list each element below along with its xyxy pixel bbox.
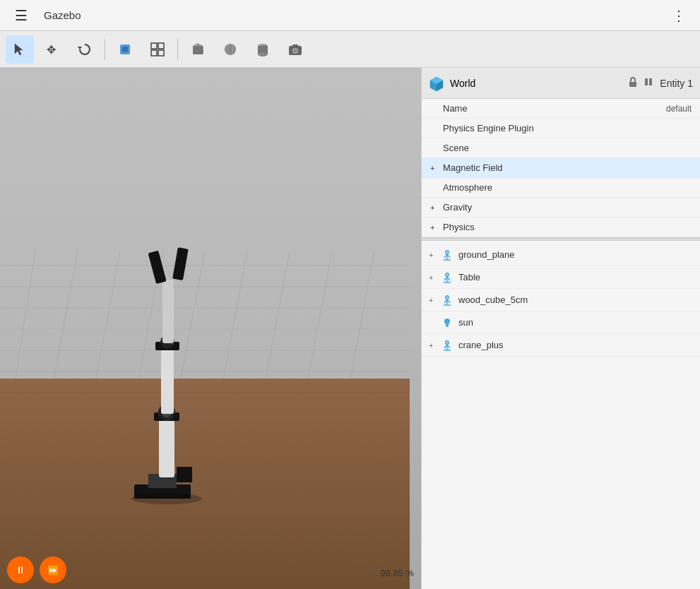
entities-list: + ground_plane +	[422, 241, 700, 589]
svg-point-56	[131, 493, 202, 504]
cylinder-icon	[255, 42, 271, 57]
world-header: World Entity 1	[422, 68, 700, 99]
rotate-icon	[78, 42, 92, 56]
playback-controls: ⏸ ⏩	[7, 557, 66, 583]
entity-ground-plane[interactable]: + ground_plane	[422, 244, 700, 266]
right-panel: World Entity 1	[421, 68, 700, 589]
svg-point-82	[444, 319, 450, 324]
prop-scene[interactable]: Scene	[422, 138, 700, 158]
cylinder-tool-button[interactable]	[249, 35, 277, 64]
svg-rect-20	[292, 44, 298, 47]
app-title: Gazebo	[44, 9, 656, 21]
prop-name[interactable]: Name default	[422, 99, 700, 119]
svg-rect-83	[446, 326, 449, 327]
world-lock-button[interactable]	[627, 76, 639, 90]
entity-crane-plus-expand: +	[429, 341, 440, 350]
screenshot-button[interactable]	[281, 35, 309, 64]
prop-magnetic-field-expand: +	[430, 164, 440, 172]
svg-rect-6	[158, 43, 164, 49]
prop-atmosphere-label: Atmosphere	[443, 182, 692, 193]
svg-marker-2	[78, 47, 82, 49]
prop-name-label: Name	[443, 103, 666, 114]
menu-icon: ☰	[15, 7, 28, 24]
scene-background	[0, 68, 421, 589]
entity-table-name: Table	[458, 272, 480, 282]
svg-rect-7	[151, 50, 157, 56]
prop-gravity[interactable]: + Gravity	[422, 198, 700, 218]
pause-indicator-icon	[643, 76, 654, 88]
zoom-arrow: ‹	[374, 566, 377, 579]
entity-crane-plus-icon	[440, 338, 454, 352]
transform-tool-button[interactable]	[111, 35, 139, 64]
entity-table-expand: +	[429, 273, 440, 282]
rotate-tool-button[interactable]	[71, 35, 99, 64]
entity-ground-plane-name: ground_plane	[458, 249, 515, 260]
fast-forward-button[interactable]: ⏩	[40, 557, 66, 583]
entity-label: Entity 1	[660, 78, 693, 89]
titlebar: ☰ Gazebo ⋮	[0, 0, 700, 31]
entity-crane-plus[interactable]: + crane_plus	[422, 334, 700, 357]
svg-point-65	[446, 251, 449, 253]
svg-point-16	[258, 52, 268, 56]
select-icon	[13, 42, 27, 56]
select-tool-button[interactable]	[6, 35, 34, 64]
entity-ground-plane-icon	[440, 248, 454, 262]
svg-marker-10	[193, 43, 203, 46]
menu-button[interactable]: ☰	[7, 1, 35, 30]
entity-sun[interactable]: sun	[422, 311, 700, 334]
entity-table-icon	[440, 270, 454, 285]
lock-icon	[627, 76, 639, 88]
grid-tool-button[interactable]	[143, 35, 172, 64]
prop-scene-label: Scene	[443, 143, 692, 153]
zoom-indicator: ‹ 99.85 %	[374, 566, 414, 579]
prop-magnetic-field-label: Magnetic Field	[443, 162, 692, 173]
svg-marker-0	[15, 44, 23, 55]
viewport[interactable]: ‹ 99.85 % ⏸ ⏩	[0, 68, 421, 589]
move-tool-button[interactable]: ✥	[38, 35, 66, 64]
world-title: World	[450, 78, 622, 89]
prop-gravity-label: Gravity	[443, 202, 692, 213]
svg-rect-5	[151, 43, 157, 49]
toolbar-separator-1	[105, 39, 105, 60]
pause-button[interactable]: ⏸	[7, 557, 34, 583]
svg-rect-52	[162, 280, 174, 343]
world-pause-button[interactable]	[643, 76, 654, 90]
entity-crane-plus-name: crane_plus	[458, 340, 504, 350]
prop-physics-engine[interactable]: Physics Engine Plugin	[422, 119, 700, 138]
entity-wood-cube-name: wood_cube_5cm	[458, 294, 528, 305]
entity-sun-name: sun	[458, 317, 473, 328]
grid-icon	[150, 42, 165, 57]
svg-rect-55	[177, 467, 192, 482]
svg-rect-63	[649, 78, 652, 85]
entity-wood-cube-icon	[440, 293, 454, 307]
transform-icon	[117, 42, 133, 57]
toolbar: ✥	[0, 31, 700, 68]
prop-physics-label: Physics	[443, 222, 692, 232]
camera-icon	[287, 42, 303, 57]
pause-icon: ⏸	[16, 564, 25, 576]
svg-rect-9	[193, 46, 203, 54]
prop-physics-engine-label: Physics Engine Plugin	[443, 123, 692, 133]
prop-magnetic-field[interactable]: + Magnetic Field	[422, 158, 700, 178]
prop-atmosphere[interactable]: Atmosphere	[422, 178, 700, 198]
prop-physics-expand: +	[430, 223, 440, 232]
svg-rect-49	[161, 343, 174, 414]
box-tool-button[interactable]	[184, 35, 212, 64]
svg-rect-45	[159, 414, 174, 477]
sphere-tool-button[interactable]	[216, 35, 244, 64]
entity-ground-plane-expand: +	[429, 251, 440, 259]
svg-point-77	[446, 296, 449, 298]
entity-wood-cube[interactable]: + wood_cube_5cm	[422, 289, 700, 311]
prop-physics[interactable]: + Physics	[422, 218, 700, 237]
entity-sun-icon	[440, 316, 454, 330]
svg-rect-4	[122, 47, 128, 52]
more-options-button[interactable]: ⋮	[665, 1, 693, 30]
svg-point-12	[225, 44, 236, 55]
zoom-level: 99.85 %	[380, 568, 414, 578]
scene[interactable]	[0, 68, 421, 589]
world-actions	[627, 76, 654, 90]
box-icon	[190, 42, 206, 57]
world-cube-icon	[429, 76, 444, 91]
entity-table[interactable]: + Table	[422, 266, 700, 289]
toolbar-separator-2	[177, 39, 178, 60]
